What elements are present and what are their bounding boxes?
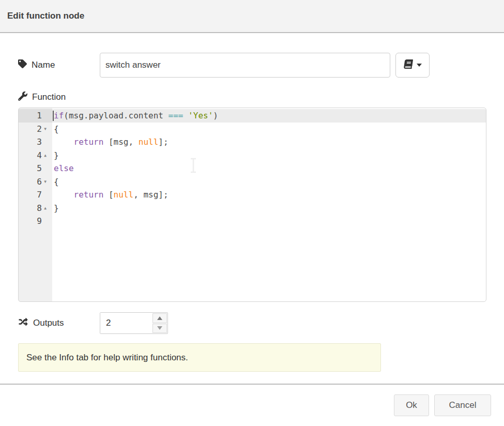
- fold-spacer: [42, 188, 52, 202]
- name-row: Name: [18, 52, 486, 78]
- triangle-up-icon: [157, 316, 162, 320]
- fold-up-icon[interactable]: ▴: [42, 149, 52, 162]
- token-text: [183, 111, 188, 120]
- code-line-content[interactable]: {: [52, 123, 486, 136]
- code-line[interactable]: 6▾{: [19, 175, 486, 189]
- outputs-label-text: Outputs: [33, 318, 64, 328]
- token-text: [54, 137, 74, 147]
- token-text: }: [54, 150, 59, 160]
- gutter-cell: 7: [19, 188, 52, 202]
- gutter-cell: 2▾: [19, 123, 52, 136]
- function-label-text: Function: [32, 92, 66, 102]
- outputs-input[interactable]: [100, 313, 152, 333]
- fold-spacer: [42, 109, 52, 123]
- outputs-label: Outputs: [18, 317, 100, 329]
- line-number: 5: [19, 162, 42, 175]
- gutter-cell: 9: [19, 215, 52, 228]
- spinner-down-button[interactable]: [152, 324, 167, 333]
- tag-icon: [18, 59, 27, 71]
- code-line-content[interactable]: return [msg, null];: [52, 135, 486, 149]
- function-row: Function: [18, 91, 486, 103]
- line-number: 1: [19, 109, 42, 123]
- fold-down-icon[interactable]: ▾: [42, 175, 52, 189]
- line-number: 3: [19, 135, 42, 149]
- code-editor[interactable]: 1if(msg.payload.content === 'Yes')2▾{3 r…: [18, 108, 486, 302]
- spinner-buttons: [152, 313, 167, 333]
- token-constant: null: [139, 137, 159, 147]
- token-keyword: if: [54, 111, 64, 120]
- fold-down-icon[interactable]: ▾: [42, 123, 52, 136]
- dialog-footer: Ok Cancel: [0, 384, 504, 424]
- name-label-text: Name: [32, 60, 55, 70]
- code-line[interactable]: 2▾{: [19, 123, 486, 136]
- outputs-spinner: [100, 312, 168, 334]
- code-line-content[interactable]: return [null, msg];: [52, 188, 486, 202]
- line-number: 7: [19, 188, 42, 202]
- token-text: , msg];: [133, 190, 168, 200]
- line-number: 6: [19, 175, 42, 189]
- line-number: 4: [19, 149, 42, 162]
- caret-down-icon: [417, 64, 422, 67]
- code-line[interactable]: 8▴}: [19, 202, 486, 215]
- dialog-header: Edit function node: [0, 0, 504, 33]
- token-text: {: [54, 124, 59, 134]
- token-operator: ===: [169, 111, 184, 120]
- fold-spacer: [42, 135, 52, 149]
- code-line-content[interactable]: {: [52, 175, 486, 189]
- fold-spacer: [42, 162, 52, 175]
- cancel-button[interactable]: Cancel: [434, 394, 491, 416]
- ok-button[interactable]: Ok: [394, 394, 429, 416]
- token-text: (msg.payload.content: [64, 111, 168, 120]
- gutter-cell: 8▴: [19, 202, 52, 215]
- gutter-cell: 1: [19, 109, 52, 123]
- fold-spacer: [42, 215, 52, 228]
- code-line[interactable]: 3 return [msg, null];: [19, 135, 486, 149]
- info-tip-box: See the Info tab for help writing functi…: [18, 343, 381, 372]
- code-line[interactable]: 7 return [null, msg];: [19, 188, 486, 202]
- token-text: {: [54, 177, 59, 187]
- code-line[interactable]: 4▴}: [19, 149, 486, 162]
- spinner-up-button[interactable]: [152, 313, 167, 323]
- dialog-body: Name Function: [0, 52, 504, 372]
- library-dropdown-button[interactable]: [395, 53, 430, 78]
- token-text: ): [213, 111, 218, 120]
- gutter-cell: 4▴: [19, 149, 52, 162]
- outputs-row: Outputs: [18, 312, 486, 334]
- token-keyword: return: [74, 190, 104, 200]
- line-number: 8: [19, 202, 42, 215]
- text-caret: [53, 111, 54, 121]
- token-text: [: [103, 190, 113, 200]
- token-text: [54, 190, 74, 200]
- code-line-content[interactable]: [52, 215, 486, 228]
- code-line[interactable]: 1if(msg.payload.content === 'Yes'): [19, 109, 486, 123]
- code-line-content[interactable]: }: [52, 202, 486, 215]
- token-text: [msg,: [103, 137, 138, 147]
- token-keyword: else: [54, 163, 74, 173]
- code-line-content[interactable]: else: [52, 162, 486, 175]
- code-line-content[interactable]: }: [52, 149, 486, 162]
- token-constant: null: [114, 190, 134, 200]
- triangle-down-icon: [157, 326, 162, 330]
- wrench-icon: [18, 92, 27, 103]
- info-tip-text: See the Info tab for help writing functi…: [26, 353, 188, 363]
- gutter-cell: 3: [19, 135, 52, 149]
- code-line[interactable]: 9: [19, 215, 486, 228]
- token-text: ];: [158, 137, 168, 147]
- name-input[interactable]: [100, 53, 390, 78]
- name-label: Name: [18, 59, 100, 71]
- fold-up-icon[interactable]: ▴: [42, 202, 52, 215]
- line-number: 9: [19, 215, 42, 228]
- code-line[interactable]: 5else: [19, 162, 486, 175]
- dialog-title: Edit function node: [7, 11, 84, 21]
- token-text: }: [54, 203, 59, 213]
- token-keyword: return: [74, 137, 104, 147]
- function-label: Function: [18, 92, 100, 103]
- book-icon: [404, 59, 413, 71]
- token-string: 'Yes': [188, 111, 213, 120]
- gutter-cell: 5: [19, 162, 52, 175]
- line-number: 2: [19, 123, 42, 136]
- shuffle-icon: [18, 317, 28, 329]
- gutter-cell: 6▾: [19, 175, 52, 189]
- code-line-content[interactable]: if(msg.payload.content === 'Yes'): [52, 109, 486, 123]
